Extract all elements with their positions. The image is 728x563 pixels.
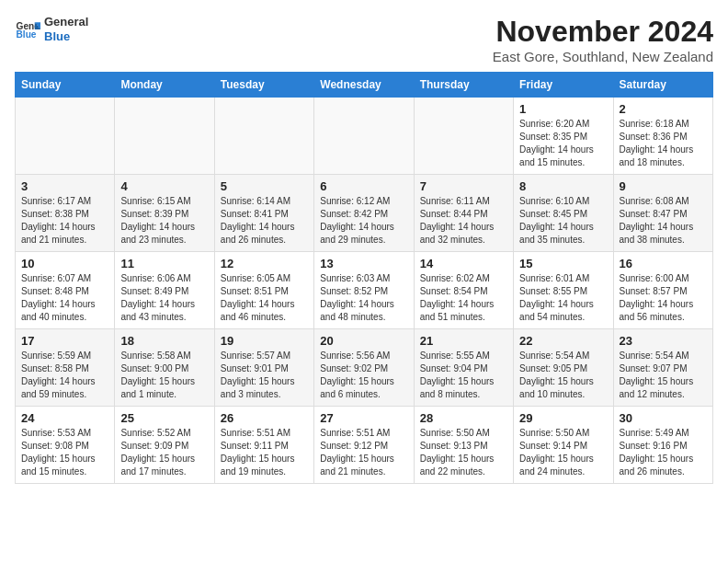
calendar-cell: 21Sunrise: 5:55 AM Sunset: 9:04 PM Dayli… (414, 329, 513, 407)
logo-icon: General Blue (15, 17, 40, 42)
day-info: Sunrise: 6:02 AM Sunset: 8:54 PM Dayligh… (420, 272, 507, 324)
day-info: Sunrise: 6:12 AM Sunset: 8:42 PM Dayligh… (320, 195, 407, 247)
header-thursday: Thursday (414, 73, 513, 98)
day-number: 22 (519, 334, 607, 348)
calendar-cell: 19Sunrise: 5:57 AM Sunset: 9:01 PM Dayli… (214, 329, 313, 407)
day-info: Sunrise: 5:52 AM Sunset: 9:09 PM Dayligh… (120, 427, 208, 478)
day-number: 11 (120, 257, 208, 270)
day-info: Sunrise: 5:50 AM Sunset: 9:13 PM Dayligh… (420, 427, 507, 478)
day-number: 26 (221, 411, 308, 425)
calendar-cell: 29Sunrise: 5:50 AM Sunset: 9:14 PM Dayli… (514, 407, 613, 484)
week-row-4: 17Sunrise: 5:59 AM Sunset: 8:58 PM Dayli… (16, 329, 713, 407)
logo-text: General Blue (44, 15, 88, 43)
day-info: Sunrise: 6:01 AM Sunset: 8:55 PM Dayligh… (519, 272, 607, 324)
calendar-cell: 5Sunrise: 6:14 AM Sunset: 8:41 PM Daylig… (214, 175, 313, 252)
day-number: 9 (620, 179, 707, 193)
day-number: 1 (519, 102, 607, 116)
day-number: 12 (221, 257, 308, 270)
main-title: November 2024 (493, 15, 713, 49)
day-number: 27 (320, 411, 407, 425)
week-row-1: 1Sunrise: 6:20 AM Sunset: 8:35 PM Daylig… (16, 98, 713, 175)
day-info: Sunrise: 6:06 AM Sunset: 8:49 PM Dayligh… (120, 272, 208, 324)
day-number: 19 (221, 334, 308, 348)
subtitle: East Gore, Southland, New Zealand (493, 49, 713, 64)
calendar-cell: 10Sunrise: 6:07 AM Sunset: 8:48 PM Dayli… (16, 252, 115, 329)
calendar-cell: 16Sunrise: 6:00 AM Sunset: 8:57 PM Dayli… (613, 252, 712, 329)
day-info: Sunrise: 6:18 AM Sunset: 8:36 PM Dayligh… (620, 118, 707, 169)
day-info: Sunrise: 5:51 AM Sunset: 9:12 PM Dayligh… (320, 427, 407, 478)
week-row-2: 3Sunrise: 6:17 AM Sunset: 8:38 PM Daylig… (16, 175, 713, 252)
header-tuesday: Tuesday (214, 73, 313, 98)
day-info: Sunrise: 6:08 AM Sunset: 8:47 PM Dayligh… (620, 195, 707, 247)
day-number: 6 (320, 179, 407, 193)
calendar-cell: 11Sunrise: 6:06 AM Sunset: 8:49 PM Dayli… (115, 252, 214, 329)
svg-text:Blue: Blue (17, 29, 37, 40)
week-row-5: 24Sunrise: 5:53 AM Sunset: 9:08 PM Dayli… (16, 407, 713, 484)
calendar-cell: 15Sunrise: 6:01 AM Sunset: 8:55 PM Dayli… (514, 252, 613, 329)
calendar-cell: 30Sunrise: 5:49 AM Sunset: 9:16 PM Dayli… (613, 407, 712, 484)
calendar-cell: 14Sunrise: 6:02 AM Sunset: 8:54 PM Dayli… (414, 252, 513, 329)
calendar-cell: 12Sunrise: 6:05 AM Sunset: 8:51 PM Dayli… (214, 252, 313, 329)
header-sunday: Sunday (16, 73, 115, 98)
day-info: Sunrise: 6:07 AM Sunset: 8:48 PM Dayligh… (21, 272, 108, 324)
logo: General Blue General Blue (15, 15, 88, 43)
calendar-cell: 17Sunrise: 5:59 AM Sunset: 8:58 PM Dayli… (16, 329, 115, 407)
calendar-cell: 13Sunrise: 6:03 AM Sunset: 8:52 PM Dayli… (314, 252, 414, 329)
day-number: 21 (420, 334, 507, 348)
day-info: Sunrise: 5:54 AM Sunset: 9:05 PM Dayligh… (519, 350, 607, 401)
calendar-cell (115, 98, 214, 175)
day-number: 24 (21, 411, 108, 425)
calendar-cell: 18Sunrise: 5:58 AM Sunset: 9:00 PM Dayli… (115, 329, 214, 407)
calendar-cell: 20Sunrise: 5:56 AM Sunset: 9:02 PM Dayli… (314, 329, 414, 407)
header-monday: Monday (115, 73, 214, 98)
day-info: Sunrise: 5:56 AM Sunset: 9:02 PM Dayligh… (320, 350, 407, 401)
calendar-cell: 28Sunrise: 5:50 AM Sunset: 9:13 PM Dayli… (414, 407, 513, 484)
day-number: 18 (120, 334, 208, 348)
calendar-cell (16, 98, 115, 175)
title-area: November 2024 East Gore, Southland, New … (493, 15, 713, 64)
day-info: Sunrise: 6:17 AM Sunset: 8:38 PM Dayligh… (21, 195, 108, 247)
day-number: 8 (519, 179, 607, 193)
day-info: Sunrise: 5:54 AM Sunset: 9:07 PM Dayligh… (620, 350, 707, 401)
day-number: 5 (221, 179, 308, 193)
day-info: Sunrise: 6:10 AM Sunset: 8:45 PM Dayligh… (519, 195, 607, 247)
header-saturday: Saturday (613, 73, 712, 98)
day-info: Sunrise: 6:03 AM Sunset: 8:52 PM Dayligh… (320, 272, 407, 324)
day-info: Sunrise: 5:59 AM Sunset: 8:58 PM Dayligh… (21, 350, 108, 401)
header-friday: Friday (514, 73, 613, 98)
calendar-cell: 6Sunrise: 6:12 AM Sunset: 8:42 PM Daylig… (314, 175, 414, 252)
calendar-header-row: SundayMondayTuesdayWednesdayThursdayFrid… (16, 73, 713, 98)
header: General Blue General Blue November 2024 … (15, 15, 713, 64)
calendar-cell: 8Sunrise: 6:10 AM Sunset: 8:45 PM Daylig… (514, 175, 613, 252)
calendar-cell: 24Sunrise: 5:53 AM Sunset: 9:08 PM Dayli… (16, 407, 115, 484)
day-info: Sunrise: 5:50 AM Sunset: 9:14 PM Dayligh… (519, 427, 607, 478)
calendar-cell (314, 98, 414, 175)
day-number: 15 (519, 257, 607, 270)
calendar-cell: 27Sunrise: 5:51 AM Sunset: 9:12 PM Dayli… (314, 407, 414, 484)
day-info: Sunrise: 5:58 AM Sunset: 9:00 PM Dayligh… (120, 350, 208, 401)
day-info: Sunrise: 5:57 AM Sunset: 9:01 PM Dayligh… (221, 350, 308, 401)
day-number: 3 (21, 179, 108, 193)
calendar-cell: 9Sunrise: 6:08 AM Sunset: 8:47 PM Daylig… (613, 175, 712, 252)
day-info: Sunrise: 5:55 AM Sunset: 9:04 PM Dayligh… (420, 350, 507, 401)
day-number: 7 (420, 179, 507, 193)
day-number: 30 (620, 411, 707, 425)
calendar-cell (214, 98, 313, 175)
day-info: Sunrise: 6:15 AM Sunset: 8:39 PM Dayligh… (120, 195, 208, 247)
day-number: 13 (320, 257, 407, 270)
day-info: Sunrise: 6:05 AM Sunset: 8:51 PM Dayligh… (221, 272, 308, 324)
day-number: 16 (620, 257, 707, 270)
day-number: 20 (320, 334, 407, 348)
day-number: 25 (120, 411, 208, 425)
calendar-cell: 3Sunrise: 6:17 AM Sunset: 8:38 PM Daylig… (16, 175, 115, 252)
calendar-cell: 4Sunrise: 6:15 AM Sunset: 8:39 PM Daylig… (115, 175, 214, 252)
calendar-cell: 23Sunrise: 5:54 AM Sunset: 9:07 PM Dayli… (613, 329, 712, 407)
week-row-3: 10Sunrise: 6:07 AM Sunset: 8:48 PM Dayli… (16, 252, 713, 329)
day-info: Sunrise: 5:53 AM Sunset: 9:08 PM Dayligh… (21, 427, 108, 478)
calendar-cell: 7Sunrise: 6:11 AM Sunset: 8:44 PM Daylig… (414, 175, 513, 252)
day-number: 29 (519, 411, 607, 425)
day-number: 28 (420, 411, 507, 425)
header-wednesday: Wednesday (314, 73, 414, 98)
day-info: Sunrise: 5:49 AM Sunset: 9:16 PM Dayligh… (620, 427, 707, 478)
calendar-cell: 25Sunrise: 5:52 AM Sunset: 9:09 PM Dayli… (115, 407, 214, 484)
